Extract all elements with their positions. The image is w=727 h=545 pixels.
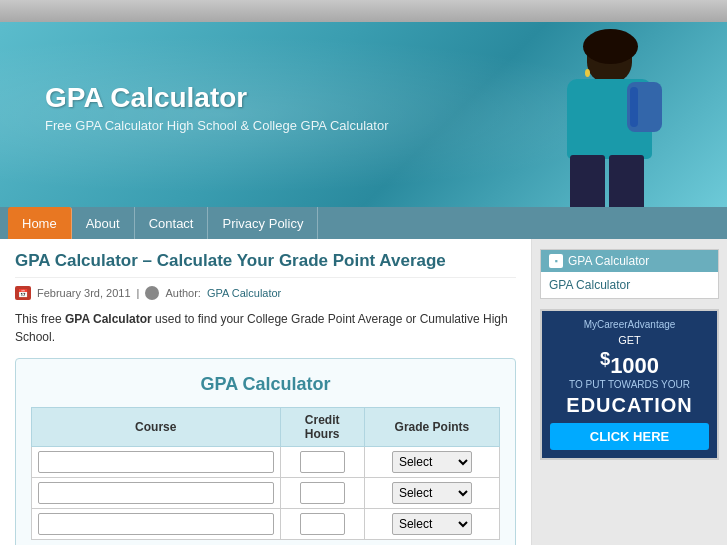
nav-item-contact[interactable]: Contact bbox=[135, 207, 209, 239]
sidebar-widget: ▪ GPA Calculator GPA Calculator bbox=[540, 249, 719, 299]
nav-item-about[interactable]: About bbox=[72, 207, 135, 239]
calendar-icon: 📅 bbox=[15, 286, 31, 300]
col-credit: CreditHours bbox=[280, 408, 364, 447]
article-meta: 📅 February 3rd, 2011 | Author: GPA Calcu… bbox=[15, 286, 516, 300]
course-input-1[interactable] bbox=[38, 451, 274, 473]
grade-select-3[interactable]: SelectAA-B+BB-C+CC-DF bbox=[392, 513, 472, 535]
sidebar-widget-header: ▪ GPA Calculator bbox=[541, 250, 718, 272]
ad-keyword: EDUCATION bbox=[550, 394, 709, 417]
credit-input-3[interactable] bbox=[300, 513, 345, 535]
sidebar-link[interactable]: GPA Calculator bbox=[549, 278, 630, 292]
meta-separator: | bbox=[137, 287, 140, 299]
header-person-image bbox=[537, 27, 682, 207]
ad-cta-button[interactable]: CLICK HERE bbox=[550, 423, 709, 450]
ad-pre-amount: GET bbox=[550, 334, 709, 346]
sidebar: ▪ GPA Calculator GPA Calculator MyCareer… bbox=[532, 239, 727, 545]
intro-bold: GPA Calculator bbox=[65, 312, 152, 326]
intro-text: This free bbox=[15, 312, 65, 326]
ad-banner: MyCareerAdvantage GET $1000 TO PUT TOWAR… bbox=[540, 309, 719, 460]
header-banner: GPA Calculator Free GPA Calculator High … bbox=[0, 22, 727, 207]
main-content: GPA Calculator – Calculate Your Grade Po… bbox=[0, 239, 532, 545]
ad-brand: MyCareerAdvantage bbox=[550, 319, 709, 330]
table-row: SelectAA-B+BB-C+CC-DF bbox=[32, 447, 500, 478]
grade-select-1[interactable]: SelectAA-B+BB-C+CC-DF bbox=[392, 451, 472, 473]
content-area: GPA Calculator – Calculate Your Grade Po… bbox=[0, 239, 727, 545]
nav-item-privacy[interactable]: Privacy Policy bbox=[208, 207, 318, 239]
author-prefix: Author: bbox=[165, 287, 200, 299]
ad-amount: $1000 bbox=[550, 348, 709, 379]
site-title: GPA Calculator bbox=[45, 82, 388, 114]
course-input-3[interactable] bbox=[38, 513, 274, 535]
article-intro: This free GPA Calculator used to find yo… bbox=[15, 310, 516, 346]
author-link[interactable]: GPA Calculator bbox=[207, 287, 281, 299]
credit-input-1[interactable] bbox=[300, 451, 345, 473]
article-date: February 3rd, 2011 bbox=[37, 287, 131, 299]
calculator-table: Course CreditHours Grade Points SelectAA… bbox=[31, 407, 500, 540]
author-icon bbox=[145, 286, 159, 300]
ad-amount-value: 1000 bbox=[610, 353, 659, 378]
nav-item-home[interactable]: Home bbox=[8, 207, 72, 239]
navigation: Home About Contact Privacy Policy bbox=[0, 207, 727, 239]
calculator-title: GPA Calculator bbox=[31, 374, 500, 395]
col-course: Course bbox=[32, 408, 281, 447]
sidebar-widget-body: GPA Calculator bbox=[541, 272, 718, 298]
course-input-2[interactable] bbox=[38, 482, 274, 504]
top-bar bbox=[0, 0, 727, 22]
grade-select-2[interactable]: SelectAA-B+BB-C+CC-DF bbox=[392, 482, 472, 504]
table-row: SelectAA-B+BB-C+CC-DF bbox=[32, 509, 500, 540]
calculator-box: GPA Calculator Course CreditHours Grade … bbox=[15, 358, 516, 545]
article-title: GPA Calculator – Calculate Your Grade Po… bbox=[15, 251, 516, 278]
header-text: GPA Calculator Free GPA Calculator High … bbox=[45, 82, 388, 133]
ad-superscript: $ bbox=[600, 348, 610, 369]
site-subtitle: Free GPA Calculator High School & Colleg… bbox=[45, 118, 388, 133]
widget-header-label: GPA Calculator bbox=[568, 254, 649, 268]
widget-icon: ▪ bbox=[549, 254, 563, 268]
ad-desc: TO PUT TOWARDS YOUR bbox=[550, 379, 709, 390]
credit-input-2[interactable] bbox=[300, 482, 345, 504]
table-row: SelectAA-B+BB-C+CC-DF bbox=[32, 478, 500, 509]
col-grade: Grade Points bbox=[364, 408, 499, 447]
